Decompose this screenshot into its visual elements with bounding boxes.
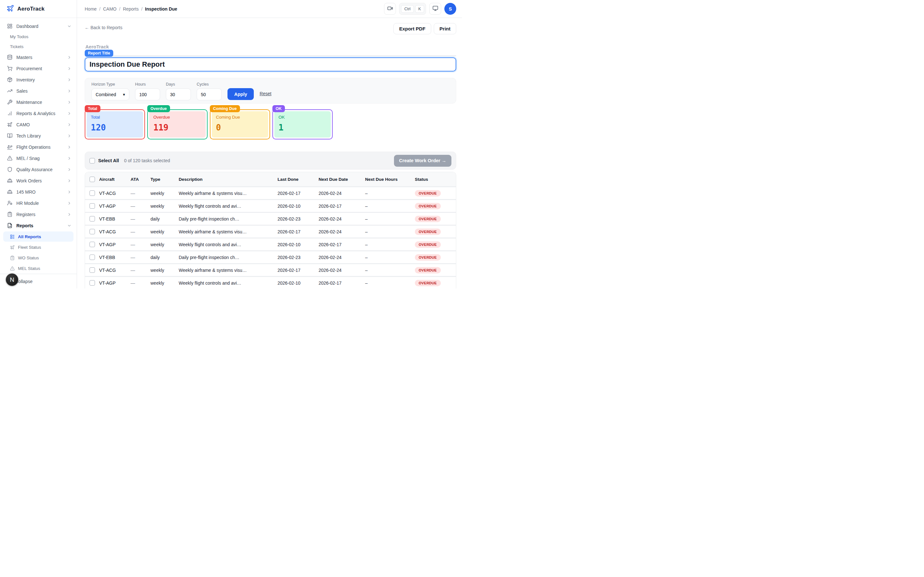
select-all-checkbox[interactable] xyxy=(89,158,95,163)
cell-type: weekly xyxy=(150,242,179,247)
sidebar-item-145-mro[interactable]: 145 MRO xyxy=(0,186,77,197)
app-logo[interactable]: AeroTrack xyxy=(0,0,77,18)
stat-card-ok[interactable]: OKOK1 xyxy=(272,109,333,139)
cell-next-due-date: 2026-02-17 xyxy=(318,280,365,285)
stat-card-coming-due[interactable]: Coming DueComing Due0 xyxy=(210,109,270,139)
report-title-block: AeroTrack Report Title xyxy=(85,57,456,71)
sidebar-subitem-my-todos[interactable]: My Todos xyxy=(0,32,77,42)
row-checkbox[interactable] xyxy=(89,229,95,234)
hours-input[interactable] xyxy=(135,89,160,100)
row-checkbox[interactable] xyxy=(89,190,95,196)
layout-dashboard-icon xyxy=(7,23,13,29)
breadcrumb-reports[interactable]: Reports xyxy=(123,6,139,11)
horizon-type-select[interactable]: Combined ▼ xyxy=(91,89,129,100)
monitor-icon xyxy=(433,5,438,12)
stat-card-total[interactable]: TotalTotal120 xyxy=(85,109,145,139)
stat-card-overdue[interactable]: OverdueOverdue119 xyxy=(147,109,208,139)
plane-icon xyxy=(7,122,13,127)
sidebar-item-label: Flight Operations xyxy=(16,145,67,150)
sidebar-item-quality-assurance[interactable]: Quality Assurance xyxy=(0,164,77,175)
sidebar-subitem-mel-status[interactable]: MEL Status xyxy=(3,263,73,271)
hard-hat-icon xyxy=(7,189,13,195)
chevron-right-icon xyxy=(67,190,71,194)
stats-row: TotalTotal120OverdueOverdue119Coming Due… xyxy=(85,109,456,139)
row-checkbox[interactable] xyxy=(89,280,95,285)
sidebar-item-masters[interactable]: Masters xyxy=(0,52,77,63)
table-row: VT-ACG—weeklyWeekly airframe & systems v… xyxy=(85,263,456,276)
sidebar-item-work-orders[interactable]: Work Orders xyxy=(0,175,77,186)
row-checkbox[interactable] xyxy=(89,242,95,247)
breadcrumb-separator: / xyxy=(141,6,142,11)
sidebar-item-sales[interactable]: Sales xyxy=(0,85,77,97)
sidebar-item-dashboard[interactable]: Dashboard xyxy=(0,21,77,32)
column-header-type: Type xyxy=(150,177,179,182)
sidebar-item-label: Dashboard xyxy=(16,24,67,29)
sidebar-item-flight-operations[interactable]: Flight Operations xyxy=(0,141,77,153)
cell-ata: — xyxy=(131,268,150,273)
cell-type: weekly xyxy=(150,268,179,273)
cell-aircraft: VT-ACG xyxy=(99,268,131,273)
sidebar-item-label: MEL / Snag xyxy=(16,156,67,161)
sidebar-item-reports[interactable]: Reports xyxy=(0,220,77,231)
row-checkbox[interactable] xyxy=(89,203,95,209)
days-input[interactable] xyxy=(166,89,191,100)
sidebar-item-procurement[interactable]: Procurement xyxy=(0,63,77,74)
cycles-label: Cycles xyxy=(197,82,222,87)
sidebar-item-maintenance[interactable]: Maintenance xyxy=(0,97,77,108)
sidebar-item-label: Registers xyxy=(16,212,67,217)
cell-aircraft: VT-ACG xyxy=(99,229,131,234)
cell-type: weekly xyxy=(150,191,179,196)
sidebar-item-tech-library[interactable]: Tech Library xyxy=(0,130,77,141)
annotation-badge-total: Total xyxy=(85,105,100,112)
sidebar-subitem-tickets[interactable]: Tickets xyxy=(0,42,77,52)
breadcrumb: Home/CAMO/Reports/Inspection Due xyxy=(85,6,177,11)
screen-record-button[interactable] xyxy=(384,3,396,15)
sidebar: AeroTrack DashboardMy TodosTicketsMaster… xyxy=(0,0,77,288)
create-work-order-button[interactable]: Create Work Order → xyxy=(394,155,451,167)
sidebar-item-camo[interactable]: CAMO xyxy=(0,119,77,130)
stat-label: OK xyxy=(278,115,326,119)
cell-type: weekly xyxy=(150,229,179,234)
video-camera-icon xyxy=(387,5,393,12)
header-checkbox[interactable] xyxy=(89,177,95,182)
plane-takeoff-icon xyxy=(7,144,13,150)
reset-link[interactable]: Reset xyxy=(260,91,271,96)
apply-button[interactable]: Apply xyxy=(228,88,254,100)
sidebar-item-reports-analytics[interactable]: Reports & Analytics xyxy=(0,108,77,119)
chevron-right-icon xyxy=(67,77,71,82)
status-badge: OVERDUE xyxy=(415,254,441,261)
sidebar-subitem-fleet-status[interactable]: Fleet Status xyxy=(3,242,73,252)
row-checkbox[interactable] xyxy=(89,268,95,273)
row-checkbox[interactable] xyxy=(89,255,95,260)
stat-label: Total xyxy=(91,115,139,119)
export-pdf-button[interactable]: Export PDF xyxy=(393,23,431,34)
sidebar-item-label: Inventory xyxy=(16,77,67,82)
sidebar-item-hr-module[interactable]: HR Module xyxy=(0,197,77,209)
sidebar-item-inventory[interactable]: Inventory xyxy=(0,74,77,85)
user-avatar[interactable]: S xyxy=(444,3,456,15)
print-button[interactable]: Print xyxy=(434,23,456,34)
back-to-reports-link[interactable]: ← Back to Reports xyxy=(85,23,123,30)
display-mode-button[interactable] xyxy=(429,3,441,15)
sidebar-subitem-all-reports[interactable]: All Reports xyxy=(3,231,73,242)
print-header-text: AeroTrack xyxy=(86,44,109,49)
app-root: AeroTrack DashboardMy TodosTicketsMaster… xyxy=(0,0,462,288)
report-title-input[interactable] xyxy=(85,57,456,71)
stat-value: 119 xyxy=(153,123,202,132)
cell-ata: — xyxy=(131,191,150,196)
breadcrumb-home[interactable]: Home xyxy=(85,6,97,11)
breadcrumb-camo[interactable]: CAMO xyxy=(103,6,116,11)
cell-last-done: 2026-02-10 xyxy=(278,203,318,209)
sidebar-item-registers[interactable]: Registers xyxy=(0,209,77,220)
command-palette-shortcut[interactable]: Ctrl K xyxy=(399,3,426,15)
sidebar-subitem-wo-status[interactable]: WO Status xyxy=(3,253,73,263)
table-row: VT-ACG—weeklyWeekly airframe & systems v… xyxy=(85,186,456,199)
nextjs-dev-badge[interactable]: N xyxy=(6,274,18,286)
row-checkbox[interactable] xyxy=(89,216,95,221)
breadcrumb-separator: / xyxy=(119,6,120,11)
chevron-right-icon xyxy=(67,212,71,217)
cell-next-due-hours: – xyxy=(365,242,415,247)
sidebar-item-mel-snag[interactable]: MEL / Snag xyxy=(0,153,77,164)
cycles-input[interactable] xyxy=(197,89,222,100)
annotation-badge-overdue: Overdue xyxy=(147,105,170,112)
